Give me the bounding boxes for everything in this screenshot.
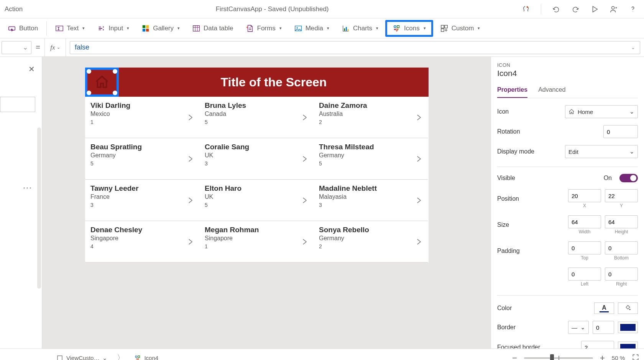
insert-datatable[interactable]: Data table <box>187 21 239 36</box>
zoom-value: 50 <box>612 355 618 360</box>
item-country: Malayasia <box>319 193 422 200</box>
resize-handle[interactable] <box>113 91 117 95</box>
chevron-right-icon[interactable] <box>415 111 422 125</box>
chevron-down-icon[interactable]: ⌄ <box>631 45 635 50</box>
play-icon[interactable] <box>590 5 599 13</box>
chevron-right-icon[interactable] <box>415 236 422 249</box>
insert-charts[interactable]: Charts▾ <box>336 21 384 36</box>
gallery-item[interactable]: Daine Zamora Australia 2 <box>314 97 428 138</box>
prop-padtop-input[interactable] <box>568 241 601 254</box>
svg-point-21 <box>629 309 630 310</box>
gallery-item[interactable]: Beau Spratling Germany 5 <box>85 138 199 180</box>
prop-fillcolor-button[interactable] <box>618 302 638 314</box>
svg-rect-6 <box>143 25 145 28</box>
app-title: FirstCanvasApp - Saved (Unpublished) <box>23 5 522 13</box>
more-icon[interactable]: ··· <box>23 183 32 193</box>
item-name: Bruna Lyles <box>205 101 308 110</box>
close-icon[interactable]: ✕ <box>28 64 35 74</box>
resize-handle[interactable] <box>87 91 91 95</box>
prop-visible-toggle[interactable] <box>619 174 638 182</box>
gallery-item[interactable]: Coralie Sang UK 3 <box>199 138 314 180</box>
formula-input[interactable]: false ⌄ <box>70 41 640 54</box>
prop-fontcolor-button[interactable]: A <box>594 302 614 314</box>
button-icon <box>8 24 16 33</box>
gallery-item[interactable]: Viki Darling Mexico 1 <box>85 97 199 138</box>
tree-scrollbar[interactable] <box>37 127 41 289</box>
item-name: Coralie Sang <box>205 143 308 151</box>
insert-custom[interactable]: Custom▾ <box>435 21 486 36</box>
chevron-right-icon[interactable] <box>301 111 308 125</box>
breadcrumb-screen[interactable]: ViewCusto… ⌄ <box>52 353 112 360</box>
resize-handle[interactable] <box>113 69 117 74</box>
prop-padbottom-input[interactable] <box>605 241 638 254</box>
control-type-label: ICON <box>497 62 638 68</box>
gallery-item[interactable]: Bruna Lyles Canada 5 <box>199 97 314 138</box>
prop-focusedborder-input[interactable] <box>581 341 614 348</box>
chevron-down-icon: ▾ <box>376 26 378 31</box>
prop-width-input[interactable] <box>568 215 601 228</box>
insert-gallery[interactable]: Gallery▾ <box>136 21 185 36</box>
gallery-item[interactable]: Thresa Milstead Germany 5 <box>314 138 428 180</box>
prop-padright-input[interactable] <box>605 268 638 281</box>
tab-advanced[interactable]: Advanced <box>538 86 565 98</box>
prop-height-input[interactable] <box>605 215 638 228</box>
prop-padleft-input[interactable] <box>568 268 601 281</box>
fit-to-screen-icon[interactable] <box>632 353 639 360</box>
prop-icon-select[interactable]: Home ⌄ <box>565 105 638 118</box>
chevron-right-icon[interactable] <box>186 111 194 125</box>
chevron-down-icon: ⌄ <box>102 355 107 360</box>
tree-search-input[interactable] <box>0 97 35 112</box>
svg-rect-13 <box>344 28 345 31</box>
app-canvas[interactable]: Title of the Screen Viki Darling Mexico … <box>85 68 429 263</box>
insert-icons[interactable]: Icons▾ <box>385 20 433 37</box>
item-country: Singapore <box>205 235 308 242</box>
gallery-item[interactable]: Sonya Rebello Germany 2 <box>314 221 428 263</box>
insert-text[interactable]: Text▾ <box>50 21 90 36</box>
prop-x-input[interactable] <box>568 189 601 202</box>
formula-bar: ⌄ = fx⌄ false ⌄ <box>0 38 644 57</box>
chevron-right-icon[interactable] <box>415 194 422 208</box>
gallery-item[interactable]: Megan Rohman Singapore 1 <box>199 221 314 263</box>
zoom-slider[interactable] <box>524 357 593 359</box>
share-icon[interactable] <box>610 5 618 13</box>
fx-button[interactable]: fx⌄ <box>44 38 66 57</box>
item-name: Daine Zamora <box>319 101 422 110</box>
selected-home-icon[interactable] <box>85 68 119 97</box>
item-number: 4 <box>90 243 194 249</box>
redo-icon[interactable] <box>571 5 580 13</box>
app-checker-icon[interactable] <box>522 5 530 13</box>
gallery-item[interactable]: Denae Chesley Singapore 4 <box>85 221 199 263</box>
insert-input[interactable]: Input▾ <box>92 21 135 36</box>
prop-borderwidth-input[interactable] <box>593 321 614 334</box>
prop-bordercolor-button[interactable] <box>618 322 638 333</box>
tab-properties[interactable]: Properties <box>497 86 527 98</box>
prop-y-input[interactable] <box>605 189 638 202</box>
chevron-right-icon[interactable] <box>301 236 308 249</box>
chevron-right-icon[interactable] <box>186 153 194 167</box>
gallery-control[interactable]: Viki Darling Mexico 1 Bruna Lyles Canada… <box>85 97 429 263</box>
gallery-item[interactable]: Tawny Leeder France 3 <box>85 180 199 221</box>
chevron-right-icon[interactable] <box>301 194 308 208</box>
chevron-right-icon[interactable] <box>415 153 422 167</box>
prop-borderstyle-select[interactable]: —⌄ <box>568 321 589 334</box>
chevron-right-icon[interactable] <box>186 236 194 249</box>
prop-focusedbordercolor-button[interactable] <box>618 342 638 348</box>
insert-media[interactable]: Media▾ <box>289 21 335 36</box>
property-selector[interactable]: ⌄ <box>2 41 31 54</box>
zoom-in-button[interactable]: + <box>600 353 605 360</box>
control-name[interactable]: Icon4 <box>497 69 638 78</box>
insert-forms[interactable]: Forms▾ <box>240 21 287 36</box>
resize-handle[interactable] <box>87 69 91 74</box>
chevron-right-icon[interactable] <box>186 194 194 208</box>
help-icon[interactable] <box>629 5 637 13</box>
gallery-item[interactable]: Madaline Neblett Malayasia 3 <box>314 180 428 221</box>
breadcrumb-control[interactable]: Icon4 <box>130 353 163 360</box>
prop-displaymode-select[interactable]: Edit⌄ <box>565 145 638 158</box>
insert-button[interactable]: Button <box>2 21 43 36</box>
prop-rotation-input[interactable] <box>603 125 638 138</box>
ribbon-tab-action[interactable]: Action <box>5 5 23 13</box>
zoom-out-button[interactable]: − <box>512 353 517 360</box>
gallery-item[interactable]: Elton Haro UK 5 <box>199 180 314 221</box>
undo-icon[interactable] <box>552 5 560 13</box>
chevron-right-icon[interactable] <box>301 153 308 167</box>
